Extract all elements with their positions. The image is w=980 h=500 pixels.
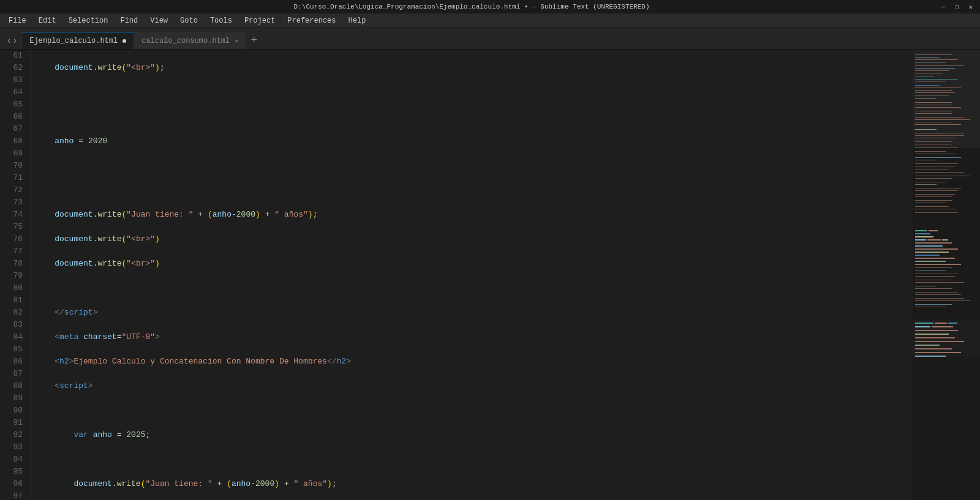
menu-edit[interactable]: Edit	[32, 15, 62, 26]
svg-rect-98	[915, 352, 961, 353]
code-line: </script>	[36, 307, 908, 319]
svg-rect-5	[915, 62, 946, 62]
line-num: 71	[5, 172, 23, 184]
code-line	[36, 86, 908, 99]
line-num: 64	[5, 86, 23, 99]
menu-file[interactable]: File	[2, 15, 32, 26]
svg-rect-37	[915, 157, 961, 158]
svg-rect-84	[915, 304, 952, 305]
line-num: 89	[5, 392, 23, 405]
menu-bar: File Edit Selection Find View Goto Tools…	[0, 13, 980, 28]
svg-rect-82	[915, 298, 964, 299]
svg-rect-3	[915, 57, 940, 58]
menu-tools[interactable]: Tools	[204, 15, 238, 26]
menu-help[interactable]: Help	[342, 15, 372, 26]
svg-rect-46	[915, 184, 937, 185]
line-num: 75	[5, 221, 23, 233]
svg-rect-38	[915, 160, 937, 160]
tab-ejemplo-calculo[interactable]: Ejemplo_calculo.html	[21, 32, 134, 49]
line-num: 84	[5, 331, 23, 343]
svg-rect-99	[915, 356, 946, 357]
line-num: 97	[5, 490, 23, 500]
svg-rect-10	[915, 76, 933, 77]
svg-rect-15	[915, 90, 952, 91]
svg-rect-68	[915, 255, 940, 256]
svg-rect-95	[915, 341, 964, 342]
svg-rect-59	[915, 233, 930, 234]
line-num: 76	[5, 233, 23, 245]
svg-rect-17	[915, 95, 949, 95]
svg-rect-42	[915, 172, 964, 173]
svg-rect-83	[915, 300, 970, 301]
line-num: 79	[5, 270, 23, 282]
line-num: 92	[5, 429, 23, 441]
code-line	[36, 405, 908, 417]
svg-rect-35	[915, 151, 946, 152]
svg-rect-65	[915, 245, 943, 247]
line-num: 70	[5, 160, 23, 172]
svg-rect-61	[915, 239, 926, 241]
svg-rect-54	[915, 209, 955, 209]
code-line: document.write("<br>")	[36, 233, 908, 245]
svg-rect-25	[915, 119, 970, 120]
code-line: document.write("<br>")	[36, 258, 908, 270]
menu-selection[interactable]: Selection	[62, 15, 115, 26]
menu-project[interactable]: Project	[238, 15, 281, 26]
line-num: 77	[5, 245, 23, 258]
line-num: 66	[5, 111, 23, 123]
svg-rect-72	[915, 267, 952, 268]
svg-rect-81	[915, 294, 961, 295]
svg-rect-13	[915, 85, 940, 86]
menu-view[interactable]: View	[144, 15, 174, 26]
svg-rect-16	[915, 92, 955, 93]
svg-rect-12	[915, 81, 946, 82]
svg-rect-53	[915, 206, 949, 207]
minimap[interactable]	[913, 50, 980, 500]
svg-rect-49	[915, 194, 955, 195]
code-line: document.write("Juan tiene: " + (anho-20…	[36, 209, 908, 221]
svg-rect-14	[915, 88, 961, 88]
svg-rect-67	[915, 252, 949, 253]
svg-rect-33	[915, 144, 952, 144]
svg-rect-66	[915, 248, 958, 250]
svg-rect-18	[915, 99, 937, 99]
svg-rect-88	[935, 323, 947, 324]
line-num: 94	[5, 453, 23, 466]
line-numbers: 61 62 63 64 65 66 67 68 69 70 71 72 73 7…	[0, 50, 31, 500]
close-button[interactable]: ✕	[966, 3, 975, 11]
menu-goto[interactable]: Goto	[174, 15, 204, 26]
svg-rect-8	[915, 70, 949, 71]
window-controls[interactable]: — ❐ ✕	[938, 3, 975, 11]
svg-rect-96	[915, 345, 940, 346]
svg-rect-4	[915, 59, 958, 60]
svg-rect-85	[915, 307, 946, 307]
svg-rect-31	[915, 138, 955, 138]
window-title: D:\Curso_Oracle\Logica_Programacion\Ejem…	[5, 3, 938, 10]
menu-find[interactable]: Find	[114, 15, 144, 26]
tab-close-button[interactable]: ✕	[235, 37, 238, 45]
tab-add-button[interactable]: +	[246, 34, 262, 47]
svg-rect-7	[915, 68, 955, 69]
svg-rect-27	[915, 124, 961, 125]
svg-rect-32	[915, 141, 952, 142]
minimize-button[interactable]: —	[938, 3, 948, 11]
svg-rect-23	[915, 113, 952, 114]
maximize-button[interactable]: ❐	[952, 3, 962, 11]
svg-rect-24	[915, 117, 964, 118]
svg-rect-2	[915, 54, 952, 55]
minimap-svg	[913, 50, 980, 500]
tab-bar: ‹› Ejemplo_calculo.html calculo_consumo.…	[0, 28, 980, 50]
line-num: 95	[5, 466, 23, 478]
svg-rect-73	[915, 270, 946, 271]
svg-rect-75	[915, 276, 955, 277]
svg-rect-40	[915, 166, 955, 166]
svg-rect-63	[942, 239, 948, 241]
svg-rect-9	[915, 73, 943, 73]
menu-preferences[interactable]: Preferences	[281, 15, 342, 26]
tab-nav-back[interactable]: ‹›	[2, 35, 21, 47]
svg-rect-30	[915, 135, 964, 136]
line-num: 73	[5, 196, 23, 209]
svg-rect-74	[915, 274, 958, 274]
code-area[interactable]: document.write("<br>"); anho = 2020 docu…	[31, 50, 913, 500]
tab-calculo-consumo[interactable]: calculo_consumo.html ✕	[134, 32, 246, 49]
